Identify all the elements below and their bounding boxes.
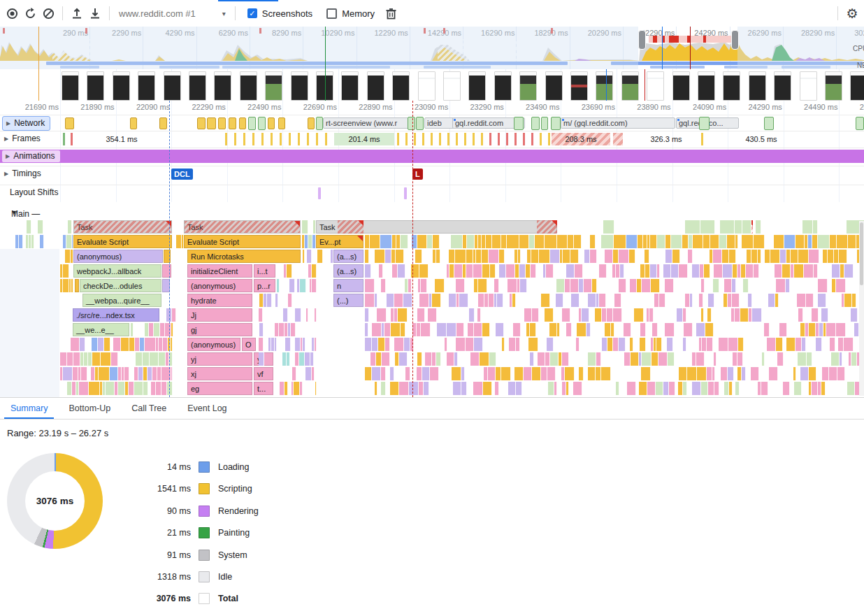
- flame-bar[interactable]: [166, 308, 172, 322]
- flame-bar[interactable]: [743, 279, 749, 292]
- flame-bar[interactable]: [377, 308, 387, 322]
- flame-bar[interactable]: [427, 235, 433, 248]
- flame-bar[interactable]: [378, 338, 385, 351]
- flame-bar[interactable]: [714, 264, 723, 278]
- flame-bar[interactable]: initializeClient: [187, 264, 252, 278]
- flame-bar[interactable]: [809, 250, 819, 263]
- flame-bar[interactable]: [626, 235, 638, 248]
- flame-bar[interactable]: [579, 220, 596, 234]
- flame-bar[interactable]: [312, 367, 315, 380]
- flame-bar[interactable]: [375, 294, 377, 307]
- flame-bar[interactable]: [728, 367, 734, 380]
- flame-bar[interactable]: [287, 352, 290, 366]
- flame-bar[interactable]: [732, 294, 740, 307]
- flame-bar[interactable]: [723, 264, 733, 278]
- flame-bar[interactable]: [828, 250, 834, 263]
- save-profile-button[interactable]: [86, 4, 104, 22]
- flame-bar[interactable]: [404, 338, 410, 351]
- flame-bar[interactable]: [783, 382, 790, 395]
- flame-bar[interactable]: [512, 294, 516, 307]
- flame-bar[interactable]: [259, 338, 264, 351]
- flame-bar[interactable]: gj: [187, 323, 252, 336]
- flame-bar[interactable]: [538, 352, 545, 366]
- flame-bar[interactable]: [312, 279, 317, 292]
- flame-bar[interactable]: [474, 323, 482, 336]
- frame-duration-good[interactable]: 201.4 ms: [334, 133, 394, 145]
- flame-bar[interactable]: [642, 279, 651, 292]
- flame-bar[interactable]: [375, 250, 385, 263]
- flame-bar[interactable]: [506, 264, 515, 278]
- frame-tick[interactable]: [271, 133, 273, 145]
- flame-bar[interactable]: [549, 323, 557, 336]
- flame-bar[interactable]: [501, 367, 511, 380]
- flame-bar[interactable]: [507, 235, 519, 248]
- flame-bar[interactable]: (anonymous): [187, 279, 252, 292]
- flame-bar[interactable]: [733, 264, 737, 278]
- flame-bar[interactable]: [570, 250, 579, 263]
- flame-bar[interactable]: [814, 264, 818, 278]
- flame-bar[interactable]: [449, 294, 456, 307]
- flame-bar[interactable]: [436, 250, 440, 263]
- flame-bar[interactable]: [150, 352, 159, 366]
- flame-bar[interactable]: [496, 323, 504, 336]
- network-request-image[interactable]: [551, 117, 561, 130]
- frame-tick[interactable]: [473, 133, 475, 145]
- flame-bar[interactable]: [601, 367, 611, 380]
- frame-duration-plain[interactable]: 430.5 ms: [732, 133, 791, 145]
- flame-bar[interactable]: [754, 264, 759, 278]
- network-request[interactable]: [65, 117, 74, 129]
- flame-bar[interactable]: [701, 279, 705, 292]
- flame-bar[interactable]: [156, 382, 161, 395]
- flame-bar[interactable]: [75, 279, 79, 292]
- flame-bar[interactable]: [161, 382, 167, 395]
- flame-bar[interactable]: [574, 235, 582, 248]
- flame-bar[interactable]: [124, 367, 129, 380]
- flame-bar[interactable]: [478, 294, 484, 307]
- flame-bar[interactable]: [92, 352, 101, 366]
- network-request[interactable]: [308, 117, 315, 129]
- flame-bar[interactable]: [631, 352, 639, 366]
- flame-bar[interactable]: [283, 308, 288, 322]
- flame-bar[interactable]: [774, 235, 784, 248]
- flame-bar[interactable]: [428, 308, 437, 322]
- flame-bar[interactable]: Evaluate Script: [184, 235, 301, 248]
- timing-marker-dcl[interactable]: DCL: [171, 169, 193, 180]
- flame-bar[interactable]: [614, 220, 628, 234]
- flame-bar[interactable]: [171, 323, 173, 336]
- flame-bar[interactable]: [453, 382, 461, 395]
- flame-bar[interactable]: vf: [254, 367, 273, 380]
- flame-bar[interactable]: [469, 308, 475, 322]
- flame-bar[interactable]: [545, 308, 554, 322]
- flame-bar[interactable]: [657, 235, 665, 248]
- network-request[interactable]: [218, 117, 226, 129]
- flame-bar[interactable]: [590, 235, 596, 248]
- flame-bar[interactable]: [275, 338, 277, 351]
- flame-bar[interactable]: [639, 382, 647, 395]
- flame-bar[interactable]: [599, 294, 606, 307]
- flame-bar[interactable]: [365, 250, 369, 263]
- screenshot-thumbnail[interactable]: [519, 71, 537, 101]
- flame-bar[interactable]: [720, 220, 735, 234]
- flame-bar[interactable]: [640, 323, 646, 336]
- flame-bar[interactable]: [152, 367, 157, 380]
- frame-tick[interactable]: [540, 133, 542, 145]
- flame-bar[interactable]: [456, 279, 465, 292]
- flame-bar[interactable]: [466, 250, 473, 263]
- flame-bar[interactable]: (a...s): [333, 250, 363, 263]
- flame-bar[interactable]: [556, 279, 565, 292]
- network-request[interactable]: [229, 117, 236, 129]
- frame-tick[interactable]: [701, 133, 703, 145]
- flame-bar[interactable]: [573, 382, 582, 395]
- flame-bar[interactable]: p...r: [254, 279, 275, 292]
- flame-bar[interactable]: [630, 279, 637, 292]
- flame-bar[interactable]: [596, 352, 601, 366]
- flame-bar[interactable]: [649, 308, 654, 322]
- flame-bar[interactable]: [455, 250, 466, 263]
- flame-bar[interactable]: [421, 279, 427, 292]
- flame-bar[interactable]: [818, 279, 828, 292]
- flame-bar[interactable]: (a...s): [333, 264, 363, 278]
- flame-bar[interactable]: [665, 235, 671, 248]
- flame-bar[interactable]: [813, 220, 818, 234]
- flame-bar[interactable]: [466, 264, 473, 278]
- flame-bar[interactable]: [92, 338, 98, 351]
